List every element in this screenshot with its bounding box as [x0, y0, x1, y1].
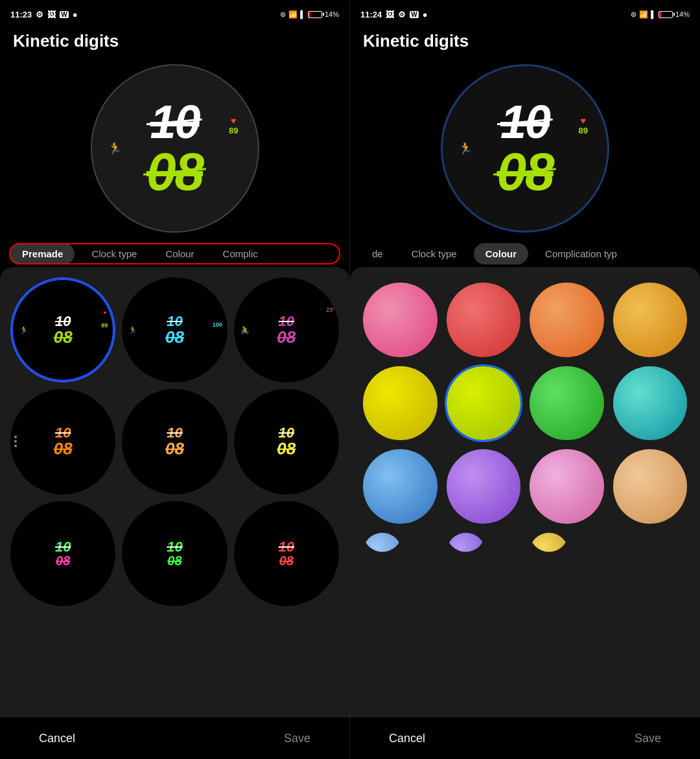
- runner-icon-right: 🏃: [458, 141, 472, 156]
- tabs-right: de Clock type Colour Complication typ: [350, 243, 700, 264]
- tab-premade[interactable]: Premade: [10, 243, 75, 264]
- runner-icon-2: 🏃: [128, 326, 137, 334]
- watch-thumb-4: 10 08: [10, 389, 115, 494]
- watch-thumb-9: 10 08: [234, 501, 339, 606]
- cancel-button-right[interactable]: Cancel: [389, 732, 425, 745]
- watch-thumb-5: 10 08: [122, 389, 227, 494]
- color-circle-4[interactable]: [613, 283, 688, 357]
- settings-icon-right: ⚙: [398, 10, 406, 19]
- tab-de[interactable]: de: [360, 243, 395, 264]
- list-item[interactable]: 🏃 10 08 100: [122, 277, 227, 382]
- signal-icon-right: ▌: [651, 10, 656, 18]
- color-circle-13[interactable]: [363, 533, 402, 572]
- image-icon-right: 🖼: [386, 10, 394, 19]
- runner-icon-1: 🏃: [19, 326, 29, 334]
- watch-time-left: 🏃 10 ♥ 89 08: [92, 65, 258, 231]
- tabs-scroll-right: de Clock type Colour Complication typ: [360, 243, 690, 264]
- wifi-icon: 📶: [288, 10, 298, 19]
- color-circle-12[interactable]: [613, 449, 688, 524]
- content-colour: [350, 267, 700, 718]
- watch-thumb-3: 🚴 10 08 23°: [234, 277, 339, 382]
- battery-pct-left: 14%: [325, 10, 339, 18]
- runner-icon: 🏃: [108, 141, 122, 156]
- val-2: 100: [213, 321, 222, 328]
- list-item[interactable]: 10 08: [10, 389, 115, 494]
- color-circle-3[interactable]: [530, 283, 604, 357]
- premade-grid: 🏃 10 08 ♥ 89 🏃 10 08 100 🚴: [10, 277, 339, 606]
- tab-clock-type-right[interactable]: Clock type: [400, 243, 469, 264]
- color-circle-2[interactable]: [447, 283, 521, 357]
- tabs-left: Premade Clock type Colour Complic: [0, 243, 349, 264]
- color-circle-9[interactable]: [363, 449, 438, 524]
- color-circle-5[interactable]: [363, 366, 438, 441]
- save-button-right[interactable]: Save: [635, 732, 661, 745]
- color-circle-10[interactable]: [447, 449, 521, 524]
- list-item[interactable]: 10 08: [122, 389, 227, 494]
- heart-icon-right: ♥: [581, 115, 586, 126]
- heart-container-left: ♥ 89: [229, 115, 238, 135]
- word-icon-right: W: [410, 11, 418, 18]
- dot-icon: ●: [73, 10, 78, 19]
- list-item[interactable]: 10 08: [234, 501, 339, 606]
- val-1: 89: [101, 322, 108, 329]
- tab-complication-right[interactable]: Complication typ: [533, 243, 629, 264]
- color-circle-15[interactable]: [530, 533, 568, 572]
- color-circle-1[interactable]: [363, 283, 438, 357]
- tab-clock-type-left[interactable]: Clock type: [80, 243, 148, 264]
- tabs-scroll-left: Premade Clock type Colour Complic: [10, 243, 339, 264]
- time-right: 11:24: [360, 10, 382, 19]
- battery-right: [659, 11, 673, 18]
- bottom-bar-left: Cancel Save: [0, 718, 349, 759]
- heart-icon-1: ♥: [104, 310, 107, 316]
- status-right-left: ⊛ 📶 ▌ 14%: [280, 10, 339, 19]
- tab-complication-left[interactable]: Complic: [211, 243, 270, 264]
- color-circle-7[interactable]: [530, 366, 604, 441]
- color-circle-8[interactable]: [613, 366, 688, 441]
- time-hours-right: 10: [500, 99, 550, 145]
- image-icon: 🖼: [47, 10, 56, 19]
- word-icon: W: [60, 11, 68, 18]
- save-button-left[interactable]: Save: [284, 732, 310, 745]
- color-circle-14[interactable]: [447, 533, 485, 572]
- list-item[interactable]: 10 08: [122, 501, 227, 606]
- status-left: 11:23 ⚙ 🖼 W ●: [10, 10, 78, 19]
- bike-icon-3: 🚴: [240, 326, 250, 334]
- watch-thumb-6: 10 08: [234, 389, 339, 494]
- watch-time-right: 🏃 10 ♥ 89 08: [443, 66, 607, 231]
- watch-face-right: 🏃 10 ♥ 89 08: [441, 64, 609, 233]
- watch-preview-right: 🏃 10 ♥ 89 08: [350, 58, 700, 243]
- tab-colour-left[interactable]: Colour: [154, 243, 205, 264]
- status-right-section: ⊛ 📶 ▌ 14%: [631, 10, 690, 19]
- time-left: 11:23: [10, 10, 32, 19]
- list-item[interactable]: 🏃 10 08 ♥ 89: [10, 277, 115, 382]
- tab-colour-right[interactable]: Colour: [474, 243, 528, 264]
- dots-left-4: [14, 436, 17, 447]
- list-item[interactable]: 10 08: [234, 389, 339, 494]
- time-minutes-left: 08: [146, 145, 203, 198]
- bluetooth-icon-right: ⊛: [631, 10, 636, 19]
- bluetooth-icon: ⊛: [280, 10, 286, 19]
- color-circle-6[interactable]: [447, 366, 521, 441]
- time-hours-left: 10: [150, 99, 199, 145]
- color-circle-11[interactable]: [530, 449, 604, 524]
- screen-right: 11:24 🖼 ⚙ W ● ⊛ 📶 ▌ 14% Kinetic digits 🏃…: [350, 0, 700, 759]
- list-item[interactable]: 10 08: [10, 501, 115, 606]
- dot-icon-right: ●: [423, 10, 428, 19]
- watch-thumb-8: 10 08: [122, 501, 227, 606]
- watch-thumb-2: 🏃 10 08 100: [122, 277, 227, 382]
- heart-value-right: 89: [579, 126, 588, 135]
- page-title-right: Kinetic digits: [350, 26, 700, 58]
- signal-icon: ▌: [300, 10, 305, 18]
- watch-thumb-1: 🏃 10 08 ♥ 89: [12, 279, 114, 381]
- time-minutes-right: 08: [496, 145, 553, 198]
- screen-left: 11:23 ⚙ 🖼 W ● ⊛ 📶 ▌ 14% Kinetic digits 🏃…: [0, 0, 350, 759]
- status-bar-right: 11:24 🖼 ⚙ W ● ⊛ 📶 ▌ 14%: [350, 0, 700, 26]
- bottom-bar-right: Cancel Save: [350, 718, 700, 759]
- battery-pct-right: 14%: [675, 10, 690, 18]
- status-bar-left: 11:23 ⚙ 🖼 W ● ⊛ 📶 ▌ 14%: [0, 0, 349, 26]
- settings-icon: ⚙: [36, 10, 43, 19]
- cancel-button-left[interactable]: Cancel: [39, 732, 75, 745]
- page-title-left: Kinetic digits: [0, 26, 349, 58]
- status-right-left-section: 11:24 🖼 ⚙ W ●: [360, 10, 428, 19]
- list-item[interactable]: 🚴 10 08 23°: [234, 277, 339, 382]
